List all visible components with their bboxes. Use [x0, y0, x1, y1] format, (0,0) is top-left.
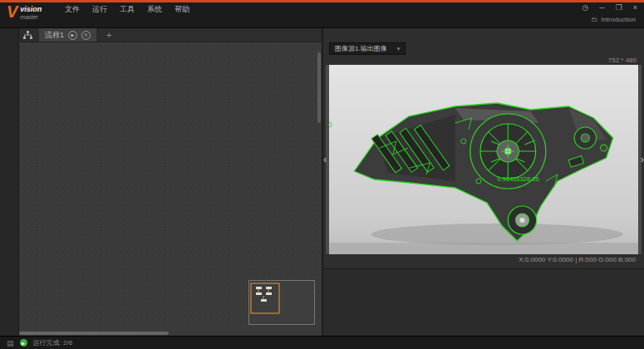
viewer-toolbar: 图像源1.输出图像 ▾ — [323, 41, 644, 56]
pixel-info-bar: X:0.0000 Y:0.0000 | R:000 G:000 B:000 — [323, 254, 644, 265]
chevron-down-icon: ▾ — [397, 46, 401, 52]
image-panel-tabs — [323, 28, 644, 41]
prev-image-button[interactable]: ‹ — [323, 155, 327, 164]
run-state-text: 运行完成: 2/6 — [33, 338, 73, 347]
logo-line2: master — [20, 13, 42, 21]
next-image-button[interactable]: › — [641, 155, 644, 164]
app-window: 文件运行工具系统帮助 ◷─❐× V vision master 🗀 Introd… — [0, 0, 644, 349]
flow-run-icon[interactable]: ▶ — [68, 31, 77, 40]
status-bar: ▤ ▶ 运行完成: 2/6 — [0, 336, 644, 349]
layout-toggle-icon[interactable]: ▤ — [7, 339, 14, 347]
inspection-image[interactable]: 0.96455328 05 — [329, 65, 638, 254]
match-score-overlay: 0.96455328 05 — [497, 175, 539, 183]
run-state-icon: ▶ — [20, 339, 27, 347]
part-image: 0.96455328 05 — [329, 65, 638, 254]
image-viewer: ‹ — [326, 65, 642, 254]
results-panel — [323, 268, 644, 337]
logo-v-icon: V — [7, 3, 17, 20]
flow-tab-label: 流程1 — [45, 30, 64, 41]
introduction-label: Introduction — [601, 16, 636, 23]
image-source-select[interactable]: 图像源1.输出图像 ▾ — [329, 42, 406, 55]
restore-icon[interactable]: ❐ — [616, 3, 622, 12]
window-controls: ◷─❐× — [582, 3, 637, 12]
flow-run-continuous-icon[interactable]: ↻ — [81, 31, 91, 40]
add-flow-button[interactable]: + — [106, 30, 111, 40]
minimize-icon[interactable]: ─ — [599, 3, 604, 12]
logo-text: vision master — [20, 6, 42, 21]
folder-icon: 🗀 — [591, 16, 597, 23]
flow-canvas[interactable] — [19, 42, 322, 337]
results-tabs — [323, 273, 644, 284]
close-icon[interactable]: × — [633, 3, 637, 12]
canvas-vscrollbar[interactable] — [317, 52, 321, 123]
flow-tab-active[interactable]: 流程1 ▶ ↻ — [39, 28, 96, 42]
logo-line1: vision — [20, 6, 42, 13]
image-resolution: 752 * 480 — [323, 56, 644, 65]
minimap[interactable] — [248, 280, 315, 325]
about-icon[interactable]: ◷ — [582, 3, 588, 12]
flow-editor: 流程1 ▶ ↻ + — [19, 28, 322, 337]
flow-list-icon[interactable] — [23, 31, 32, 40]
introduction-link[interactable]: 🗀 Introduction — [591, 16, 636, 23]
app-logo: V vision master — [7, 3, 42, 21]
left-tool-rail — [0, 28, 19, 337]
image-panel: 图像源1.输出图像 ▾ 752 * 480 ‹ — [322, 28, 644, 337]
flow-tab-bar: 流程1 ▶ ↻ + — [19, 28, 322, 42]
main-area: 流程1 ▶ ↻ + — [0, 28, 644, 337]
pixel-info-text: X:0.0000 Y:0.0000 | R:000 G:000 B:000 — [519, 256, 636, 263]
image-source-value: 图像源1.输出图像 — [335, 44, 387, 53]
canvas-hscrollbar[interactable] — [19, 332, 169, 335]
titlebar: 文件运行工具系统帮助 ◷─❐× — [0, 2, 644, 13]
main-toolbar — [0, 13, 644, 28]
